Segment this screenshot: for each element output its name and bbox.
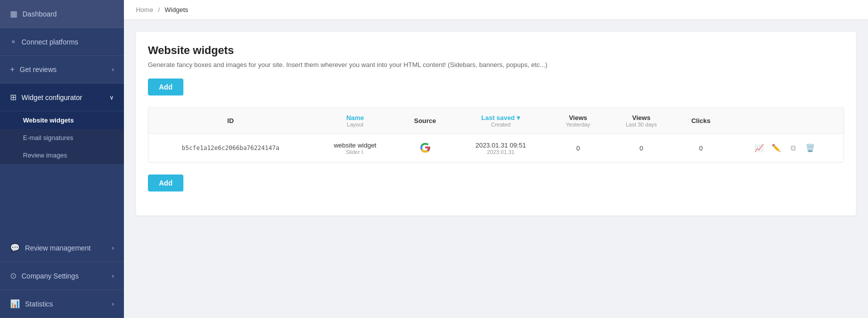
- plus-icon: +: [10, 65, 14, 74]
- statistics-icon: 📊: [10, 299, 20, 308]
- sidebar-sub-label: E-mail signatures: [23, 134, 73, 142]
- row-last-saved: 2023.01.31 09:51 2023.01.31: [453, 134, 549, 162]
- sidebar-item-website-widgets[interactable]: Website widgets: [0, 112, 124, 129]
- col-views-yesterday: Views Yesterday: [549, 108, 607, 134]
- col-views-30days: Views Last 30 days: [607, 108, 676, 134]
- sidebar-item-label: Get reviews: [19, 66, 56, 74]
- chevron-right-icon: ›: [112, 66, 114, 73]
- col-source: Source: [397, 108, 452, 134]
- page-title: Website widgets: [148, 44, 844, 57]
- chevron-down-icon: ∨: [109, 94, 114, 101]
- chevron-right-icon: ›: [112, 244, 114, 252]
- sidebar-item-company-settings[interactable]: ⊙ Company Settings ›: [0, 262, 124, 290]
- sidebar-item-review-images[interactable]: Review images: [0, 146, 124, 164]
- col-actions: [726, 108, 844, 134]
- breadcrumb-separator: /: [158, 6, 160, 14]
- sidebar-item-label: Dashboard: [22, 10, 57, 18]
- sidebar-item-connect-platforms[interactable]: ⚬ Connect platforms: [0, 28, 124, 56]
- add-button-bottom[interactable]: Add: [148, 174, 183, 192]
- col-clicks: Clicks: [676, 108, 727, 134]
- sidebar-item-email-signatures[interactable]: E-mail signatures: [0, 129, 124, 146]
- sidebar-item-label: Company Settings: [21, 272, 78, 280]
- sidebar-item-label: Statistics: [25, 300, 53, 308]
- chevron-right-icon: ›: [112, 300, 114, 308]
- row-name: website widget Slider I.: [313, 134, 398, 162]
- stats-action-button[interactable]: 📈: [753, 141, 767, 155]
- add-button-top[interactable]: Add: [148, 78, 183, 96]
- sidebar-item-get-reviews[interactable]: + Get reviews ›: [0, 56, 124, 84]
- widgets-card: Website widgets Generate fancy boxes and…: [136, 32, 856, 216]
- review-management-icon: 💬: [10, 243, 20, 252]
- settings-icon: ⊙: [10, 271, 16, 280]
- edit-action-button[interactable]: ✏️: [770, 141, 784, 155]
- widgets-table: ID Name Layout Source Last saved ▾: [148, 108, 844, 162]
- sidebar-sub-label: Website widgets: [23, 116, 74, 124]
- sidebar-sub-label: Review images: [23, 152, 67, 159]
- dashboard-icon: ▦: [10, 9, 17, 18]
- sidebar-item-review-management[interactable]: 💬 Review management ›: [0, 234, 124, 262]
- sidebar-item-widget-configurator[interactable]: ⊞ Widget configurator ∨: [0, 84, 124, 112]
- breadcrumb-current: Widgets: [165, 6, 188, 14]
- breadcrumb-home[interactable]: Home: [136, 6, 153, 14]
- col-id: ID: [148, 108, 313, 134]
- table-row: b5cfe1a12e6c2066ba76224147a website widg…: [148, 134, 844, 162]
- row-id: b5cfe1a12e6c2066ba76224147a: [148, 134, 313, 162]
- row-clicks: 0: [676, 134, 727, 162]
- main-content: Home / Widgets Website widgets Generate …: [124, 0, 868, 318]
- chevron-right-icon: ›: [112, 272, 114, 280]
- widget-configurator-submenu: Website widgets E-mail signatures Review…: [0, 112, 124, 164]
- sidebar-item-label: Connect platforms: [21, 38, 78, 46]
- sidebar-item-label: Review management: [25, 244, 91, 252]
- breadcrumb: Home / Widgets: [124, 0, 868, 20]
- sidebar: ▦ Dashboard ⚬ Connect platforms + Get re…: [0, 0, 124, 318]
- sidebar-item-dashboard[interactable]: ▦ Dashboard: [0, 0, 124, 28]
- sidebar-item-label: Widget configurator: [21, 94, 82, 102]
- row-views-yesterday: 0: [549, 134, 607, 162]
- row-actions: 📈 ✏️ ⧉ 🗑️: [726, 134, 844, 162]
- content-area: Website widgets Generate fancy boxes and…: [124, 20, 868, 318]
- row-views-30days: 0: [607, 134, 676, 162]
- connect-icon: ⚬: [10, 37, 16, 46]
- widget-icon: ⊞: [10, 92, 16, 102]
- google-icon: [419, 142, 431, 154]
- col-last-saved[interactable]: Last saved ▾ Created: [453, 108, 549, 134]
- row-source: [397, 134, 452, 162]
- page-description: Generate fancy boxes and images for your…: [148, 61, 844, 68]
- sidebar-item-statistics[interactable]: 📊 Statistics ›: [0, 290, 124, 318]
- col-name[interactable]: Name Layout: [313, 108, 398, 134]
- copy-action-button[interactable]: ⧉: [787, 141, 801, 155]
- delete-action-button[interactable]: 🗑️: [804, 141, 818, 155]
